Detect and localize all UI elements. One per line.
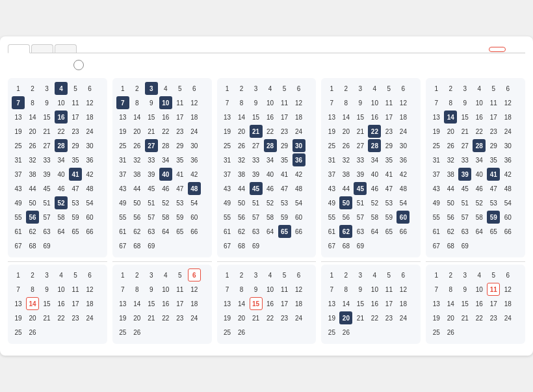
num-cell-69[interactable]: 69 (250, 239, 263, 252)
num-cell-47[interactable]: 47 (69, 182, 82, 195)
num-cell-24[interactable]: 24 (83, 311, 96, 324)
num-cell-8[interactable]: 8 (339, 96, 352, 109)
num-cell-69[interactable]: 69 (354, 239, 367, 252)
num-cell-43[interactable]: 43 (325, 182, 338, 195)
num-cell-25[interactable]: 25 (221, 326, 234, 339)
num-cell-30[interactable]: 30 (83, 139, 96, 152)
num-cell-20[interactable]: 20 (235, 125, 248, 138)
num-cell-3[interactable]: 3 (354, 268, 367, 281)
num-cell-46[interactable]: 46 (368, 182, 381, 195)
num-cell-14[interactable]: 14 (26, 111, 39, 124)
num-cell-47[interactable]: 47 (487, 182, 500, 195)
num-cell-7[interactable]: 7 (12, 283, 25, 296)
num-cell-39[interactable]: 39 (458, 168, 471, 181)
num-cell-17[interactable]: 17 (278, 297, 291, 310)
num-cell-24[interactable]: 24 (501, 311, 514, 324)
num-cell-23[interactable]: 23 (278, 125, 291, 138)
num-cell-16[interactable]: 16 (159, 111, 172, 124)
num-cell-48[interactable]: 48 (83, 182, 96, 195)
num-cell-42[interactable]: 42 (501, 168, 514, 181)
num-cell-17[interactable]: 17 (174, 297, 187, 310)
num-cell-24[interactable]: 24 (396, 125, 410, 138)
num-cell-27[interactable]: 27 (40, 139, 53, 152)
num-cell-60[interactable]: 60 (83, 211, 96, 224)
num-cell-7[interactable]: 7 (430, 283, 443, 296)
num-cell-1[interactable]: 1 (116, 82, 129, 95)
num-cell-47[interactable]: 47 (382, 182, 395, 195)
num-cell-23[interactable]: 23 (278, 311, 291, 324)
num-cell-8[interactable]: 8 (26, 283, 39, 296)
num-cell-63[interactable]: 63 (354, 225, 367, 238)
num-cell-50[interactable]: 50 (26, 196, 39, 209)
num-cell-18[interactable]: 18 (501, 297, 514, 310)
num-cell-9[interactable]: 9 (250, 283, 263, 296)
num-cell-40[interactable]: 40 (159, 168, 172, 181)
num-cell-38[interactable]: 38 (131, 168, 144, 181)
num-cell-19[interactable]: 19 (325, 125, 338, 138)
num-cell-3[interactable]: 3 (40, 82, 53, 95)
num-cell-6[interactable]: 6 (292, 82, 306, 95)
num-cell-1[interactable]: 1 (12, 268, 25, 281)
num-cell-11[interactable]: 11 (382, 96, 395, 109)
num-cell-21[interactable]: 21 (250, 311, 263, 324)
num-cell-1[interactable]: 1 (430, 268, 443, 281)
num-cell-10[interactable]: 10 (473, 96, 486, 109)
num-cell-38[interactable]: 38 (444, 168, 457, 181)
num-cell-55[interactable]: 55 (325, 211, 338, 224)
num-cell-20[interactable]: 20 (444, 311, 457, 324)
num-cell-59[interactable]: 59 (278, 211, 291, 224)
num-cell-36[interactable]: 36 (292, 153, 306, 166)
num-cell-65[interactable]: 65 (487, 225, 500, 238)
num-cell-41[interactable]: 41 (487, 168, 500, 181)
num-cell-67[interactable]: 67 (221, 239, 234, 252)
num-cell-2[interactable]: 2 (26, 82, 39, 95)
num-cell-19[interactable]: 19 (221, 311, 234, 324)
num-cell-14[interactable]: 14 (131, 111, 144, 124)
num-cell-16[interactable]: 16 (368, 297, 381, 310)
num-cell-4[interactable]: 4 (55, 82, 68, 95)
num-cell-36[interactable]: 36 (83, 153, 96, 166)
num-cell-44[interactable]: 44 (131, 182, 144, 195)
num-cell-33[interactable]: 33 (354, 153, 367, 166)
num-cell-27[interactable]: 27 (458, 139, 471, 152)
num-cell-29[interactable]: 29 (278, 139, 291, 152)
num-cell-9[interactable]: 9 (354, 283, 367, 296)
num-cell-66[interactable]: 66 (396, 225, 410, 238)
num-cell-44[interactable]: 44 (26, 182, 39, 195)
num-cell-14[interactable]: 14 (339, 297, 352, 310)
num-cell-51[interactable]: 51 (354, 196, 367, 209)
num-cell-29[interactable]: 29 (487, 139, 500, 152)
num-cell-63[interactable]: 63 (458, 225, 471, 238)
num-cell-48[interactable]: 48 (292, 182, 306, 195)
num-cell-6[interactable]: 6 (188, 82, 201, 95)
num-cell-56[interactable]: 56 (339, 211, 352, 224)
num-cell-19[interactable]: 19 (325, 311, 338, 324)
num-cell-55[interactable]: 55 (430, 211, 443, 224)
num-cell-17[interactable]: 17 (487, 297, 500, 310)
num-cell-33[interactable]: 33 (250, 153, 263, 166)
num-cell-3[interactable]: 3 (145, 82, 158, 95)
num-cell-65[interactable]: 65 (69, 225, 82, 238)
num-cell-20[interactable]: 20 (235, 311, 248, 324)
num-cell-17[interactable]: 17 (174, 111, 187, 124)
num-cell-38[interactable]: 38 (26, 168, 39, 181)
num-cell-40[interactable]: 40 (55, 168, 68, 181)
num-cell-23[interactable]: 23 (69, 311, 82, 324)
num-cell-45[interactable]: 45 (250, 182, 263, 195)
num-cell-16[interactable]: 16 (55, 111, 68, 124)
num-cell-11[interactable]: 11 (278, 283, 291, 296)
num-cell-16[interactable]: 16 (473, 111, 486, 124)
num-cell-39[interactable]: 39 (40, 168, 53, 181)
num-cell-13[interactable]: 13 (116, 297, 129, 310)
num-cell-33[interactable]: 33 (458, 153, 471, 166)
num-cell-17[interactable]: 17 (69, 111, 82, 124)
num-cell-25[interactable]: 25 (325, 139, 338, 152)
num-cell-66[interactable]: 66 (292, 225, 306, 238)
num-cell-24[interactable]: 24 (188, 125, 201, 138)
num-cell-14[interactable]: 14 (131, 297, 144, 310)
num-cell-9[interactable]: 9 (145, 283, 158, 296)
num-cell-11[interactable]: 11 (69, 96, 82, 109)
num-cell-39[interactable]: 39 (250, 168, 263, 181)
num-cell-15[interactable]: 15 (40, 111, 53, 124)
num-cell-49[interactable]: 49 (221, 196, 234, 209)
